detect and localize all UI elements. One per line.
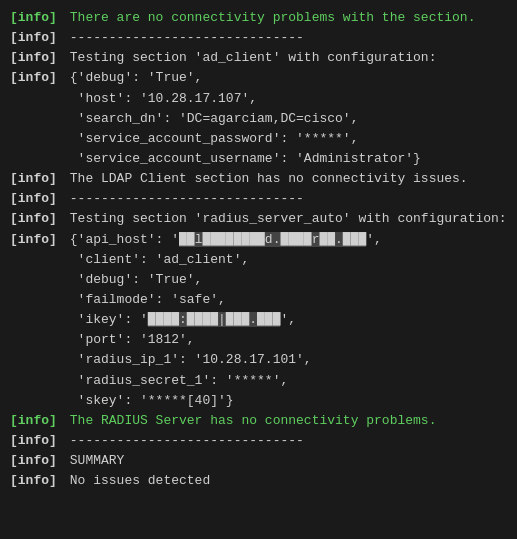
log-text: 'skey': '*****[40]'}	[62, 391, 234, 411]
terminal-output: [info] There are no connectivity problem…	[0, 0, 517, 539]
log-text: Testing section 'radius_server_auto' wit…	[62, 209, 507, 229]
log-tag	[10, 250, 62, 270]
log-line: [info] {'debug': 'True',	[10, 68, 507, 88]
log-tag: [info]	[10, 189, 62, 209]
log-text: 'search_dn': 'DC=agarciam,DC=cisco',	[62, 109, 358, 129]
log-line: [info] ------------------------------	[10, 189, 507, 209]
log-text: 'port': '1812',	[62, 330, 195, 350]
log-line: 'skey': '*****[40]'}	[10, 391, 507, 411]
log-text: 'client': 'ad_client',	[62, 250, 249, 270]
log-tag	[10, 109, 62, 129]
log-text: ------------------------------	[62, 28, 304, 48]
log-text: 'service_account_password': '*****',	[62, 129, 358, 149]
log-tag	[10, 330, 62, 350]
log-text: {'api_host': '██l████████d.████r██.███',	[62, 230, 382, 250]
log-text: The RADIUS Server has no connectivity pr…	[62, 411, 436, 431]
log-text: There are no connectivity problems with …	[62, 8, 475, 28]
log-line: 'host': '10.28.17.107',	[10, 89, 507, 109]
log-tag	[10, 129, 62, 149]
log-line: [info] Testing section 'ad_client' with …	[10, 48, 507, 68]
log-text: {'debug': 'True',	[62, 68, 202, 88]
log-line: 'radius_ip_1': '10.28.17.101',	[10, 350, 507, 370]
log-tag: [info]	[10, 411, 62, 431]
log-tag	[10, 350, 62, 370]
log-text: 'failmode': 'safe',	[62, 290, 226, 310]
log-text: 'host': '10.28.17.107',	[62, 89, 257, 109]
log-line: 'search_dn': 'DC=agarciam,DC=cisco',	[10, 109, 507, 129]
log-text: 'service_account_username': 'Administrat…	[62, 149, 421, 169]
log-text: ------------------------------	[62, 189, 304, 209]
log-text: Testing section 'ad_client' with configu…	[62, 48, 436, 68]
log-line: [info] ------------------------------	[10, 28, 507, 48]
log-tag	[10, 391, 62, 411]
log-tag: [info]	[10, 471, 62, 491]
log-tag: [info]	[10, 28, 62, 48]
log-text: 'radius_secret_1': '*****',	[62, 371, 288, 391]
log-tag	[10, 290, 62, 310]
log-tag: [info]	[10, 48, 62, 68]
log-line: 'radius_secret_1': '*****',	[10, 371, 507, 391]
log-line: [info] {'api_host': '██l████████d.████r█…	[10, 230, 507, 250]
log-line: 'failmode': 'safe',	[10, 290, 507, 310]
log-line: 'client': 'ad_client',	[10, 250, 507, 270]
log-text: 'ikey': '████:████|███.███',	[62, 310, 296, 330]
log-tag: [info]	[10, 169, 62, 189]
log-line: 'ikey': '████:████|███.███',	[10, 310, 507, 330]
log-tag: [info]	[10, 431, 62, 451]
log-tag: [info]	[10, 230, 62, 250]
log-line: [info] The RADIUS Server has no connecti…	[10, 411, 507, 431]
log-tag: [info]	[10, 8, 62, 28]
log-line: [info] ------------------------------	[10, 431, 507, 451]
log-line: 'debug': 'True',	[10, 270, 507, 290]
log-text: SUMMARY	[62, 451, 124, 471]
log-tag	[10, 371, 62, 391]
log-line: 'service_account_password': '*****',	[10, 129, 507, 149]
log-text: ------------------------------	[62, 431, 304, 451]
log-line: [info] The LDAP Client section has no co…	[10, 169, 507, 189]
log-line: [info] There are no connectivity problem…	[10, 8, 507, 28]
log-text: 'debug': 'True',	[62, 270, 202, 290]
log-tag	[10, 149, 62, 169]
log-line: 'service_account_username': 'Administrat…	[10, 149, 507, 169]
log-tag: [info]	[10, 209, 62, 229]
log-line: [info] Testing section 'radius_server_au…	[10, 209, 507, 229]
log-tag	[10, 270, 62, 290]
log-text: 'radius_ip_1': '10.28.17.101',	[62, 350, 312, 370]
log-text: No issues detected	[62, 471, 210, 491]
log-tag	[10, 310, 62, 330]
log-tag	[10, 89, 62, 109]
log-text: The LDAP Client section has no connectiv…	[62, 169, 468, 189]
log-tag: [info]	[10, 451, 62, 471]
log-tag: [info]	[10, 68, 62, 88]
log-line: [info] SUMMARY	[10, 451, 507, 471]
log-line: [info] No issues detected	[10, 471, 507, 491]
log-line: 'port': '1812',	[10, 330, 507, 350]
